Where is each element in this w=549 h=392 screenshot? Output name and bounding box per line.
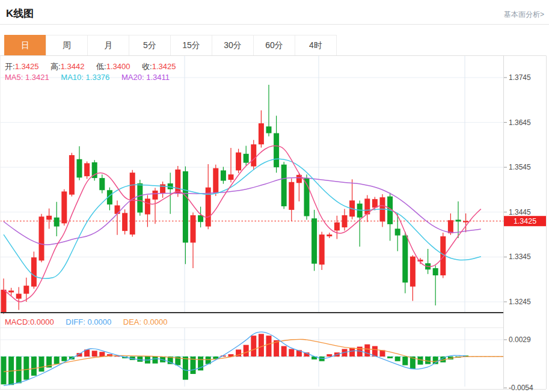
ma10-line bbox=[4, 159, 481, 278]
ma-legend: MA5: 1.3421 MA10: 1.3376 MA20: 1.3411 bbox=[5, 73, 179, 82]
svg-text:1.3445: 1.3445 bbox=[509, 208, 531, 216]
tab-月[interactable]: 月 bbox=[87, 35, 129, 56]
ma20-line bbox=[4, 177, 481, 245]
tab-60分[interactable]: 60分 bbox=[253, 35, 295, 56]
ma20-field: MA20: 1.3411 bbox=[121, 73, 170, 82]
tab-15分[interactable]: 15分 bbox=[170, 35, 212, 56]
diff-field: DIFF: 0.0000 bbox=[66, 317, 111, 326]
fundamental-analysis-link[interactable]: 基本面分析> bbox=[504, 10, 544, 20]
tab-30分[interactable]: 30分 bbox=[212, 35, 254, 56]
macd-legend: MACD:0.0000 DIFF: 0.0000 DEA: 0.0000 bbox=[5, 317, 177, 326]
svg-text:1.3425: 1.3425 bbox=[514, 217, 536, 225]
ohlc-legend: 开:1.3425 高:1.3442 低:1.3400 收:1.3425 bbox=[5, 61, 185, 72]
high-field: 高:1.3442 bbox=[51, 62, 84, 71]
close-field: 收:1.3425 bbox=[142, 62, 176, 71]
low-field: 低:1.3400 bbox=[96, 62, 130, 71]
tab-周[interactable]: 周 bbox=[46, 35, 88, 56]
svg-text:-0.0054: -0.0054 bbox=[509, 384, 533, 392]
svg-text:0.0029: 0.0029 bbox=[509, 335, 531, 344]
svg-text:1.3745: 1.3745 bbox=[509, 73, 531, 82]
price-axis: 1.37451.36451.35451.34451.33451.32450.00… bbox=[504, 73, 533, 392]
svg-text:1.3245: 1.3245 bbox=[509, 298, 531, 306]
page-title: K线图 bbox=[6, 7, 34, 20]
chart-borders bbox=[0, 56, 547, 390]
title-divider bbox=[0, 24, 549, 25]
svg-text:1.3345: 1.3345 bbox=[509, 253, 531, 261]
svg-text:1.3545: 1.3545 bbox=[509, 163, 531, 171]
interval-tabs: 日周月5分15分30分60分4时 bbox=[4, 35, 337, 56]
kline-chart[interactable]: 1.37451.36451.35451.34451.33451.32450.00… bbox=[0, 55, 549, 392]
dea-field: DEA: 0.0000 bbox=[123, 317, 168, 326]
tab-4时[interactable]: 4时 bbox=[295, 35, 337, 56]
candles-layer bbox=[1, 85, 469, 314]
macd-histogram bbox=[1, 334, 469, 385]
open-field: 开:1.3425 bbox=[5, 62, 38, 71]
tab-日[interactable]: 日 bbox=[4, 35, 46, 56]
kline-page: K线图 基本面分析> 日周月5分15分30分60分4时 开:1.3425 高:1… bbox=[0, 0, 549, 392]
tab-5分[interactable]: 5分 bbox=[129, 35, 171, 56]
macd-field: MACD:0.0000 bbox=[5, 317, 54, 326]
ma10-field: MA10: 1.3376 bbox=[61, 73, 109, 82]
last-price-badge: 1.3425 bbox=[504, 216, 546, 226]
ma5-field: MA5: 1.3421 bbox=[5, 73, 49, 82]
svg-text:1.3645: 1.3645 bbox=[509, 118, 531, 127]
